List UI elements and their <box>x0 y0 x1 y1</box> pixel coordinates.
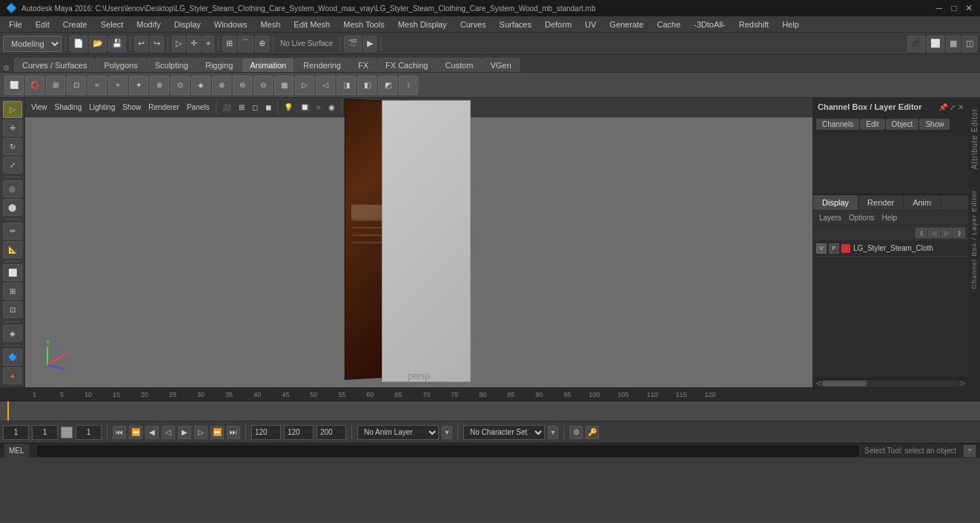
shelf-tab-animation[interactable]: Animation <box>242 58 294 72</box>
cb-tab-object[interactable]: Object <box>886 119 919 130</box>
layer-scrollbar[interactable]: ◁ ▷ <box>813 378 968 387</box>
snap-grid[interactable]: ⊞ <box>222 36 236 52</box>
tool-btn-3[interactable]: 🔺 <box>3 367 22 384</box>
help-icon[interactable]: ? <box>964 445 976 457</box>
rightpanel-pin[interactable]: 📌 <box>938 103 947 111</box>
shelf-icon-12[interactable]: ⊜ <box>233 76 252 95</box>
list-item[interactable]: V P LG_Styler_Steam_Cloth <box>813 240 968 257</box>
menu-cache[interactable]: Cache <box>651 19 686 30</box>
soft-select-button[interactable]: ⬤ <box>3 199 22 216</box>
shelf-icon-16[interactable]: ◁ <box>316 76 335 95</box>
layer-arrow-last[interactable]: ⟫ <box>953 228 965 238</box>
shelf-tab-fx[interactable]: FX <box>350 58 377 72</box>
layer-menu-layers[interactable]: Layers <box>819 214 841 222</box>
goto-end-button[interactable]: ⏭ <box>227 426 240 439</box>
move-button[interactable]: ✛ <box>187 36 201 52</box>
scroll-track[interactable] <box>822 381 959 387</box>
scale-tool-button[interactable]: ⤢ <box>3 157 22 174</box>
cb-tab-edit[interactable]: Edit <box>860 119 884 130</box>
select-tool-button[interactable]: ▷ <box>3 101 22 118</box>
vp-light-btn[interactable]: 💡 <box>281 100 296 115</box>
char-set-select[interactable]: No Character Set <box>463 425 545 440</box>
viewport[interactable]: View Shading Lighting Show Renderer Pane… <box>25 98 812 387</box>
save-button[interactable]: 💾 <box>108 36 126 52</box>
layer-p-btn[interactable]: P <box>829 243 839 254</box>
anim-layer-select[interactable]: No Anim Layer <box>357 425 439 440</box>
rightpanel-close[interactable]: ✕ <box>958 103 964 111</box>
new-scene-button[interactable]: 📄 <box>70 36 87 52</box>
vp-menu-shading[interactable]: Shading <box>52 100 85 115</box>
menu-mesh-tools[interactable]: Mesh Tools <box>337 19 390 30</box>
menu-curves[interactable]: Curves <box>454 19 492 30</box>
shelf-icon-14[interactable]: ▦ <box>274 76 294 95</box>
menu-select[interactable]: Select <box>95 19 130 30</box>
shelf-icon-8[interactable]: ⊗ <box>150 76 169 95</box>
snap-curve[interactable]: ⌒ <box>238 36 254 52</box>
vp-menu-lighting[interactable]: Lighting <box>86 100 118 115</box>
shelf-tab-polygons[interactable]: Polygons <box>96 58 145 72</box>
shelf-icon-15[interactable]: ▷ <box>295 76 314 95</box>
shelf-tab-sculpting[interactable]: Sculpting <box>147 58 196 72</box>
layer-menu-help[interactable]: Help <box>881 214 897 222</box>
scroll-right-arrow[interactable]: ▷ <box>959 380 967 387</box>
shelf-icon-11[interactable]: ⊛ <box>212 76 231 95</box>
shelf-tab-vgen[interactable]: VGen <box>482 58 519 72</box>
mel-label[interactable]: MEL <box>4 444 29 458</box>
rightpanel-expand[interactable]: ⤢ <box>950 103 956 111</box>
vp-menu-view[interactable]: View <box>28 100 50 115</box>
layer-menu-options[interactable]: Options <box>849 214 874 222</box>
layout-btn-4[interactable]: ◫ <box>962 36 977 52</box>
vp-wireframe-btn[interactable]: ◻ <box>249 100 261 115</box>
vp-ao-btn[interactable]: ○ <box>314 100 324 115</box>
shelf-tab-rendering[interactable]: Rendering <box>295 58 349 72</box>
menu-generate[interactable]: Generate <box>603 19 649 30</box>
close-button[interactable]: ✕ <box>964 3 974 13</box>
layer-visibility-btn[interactable]: V <box>816 243 827 254</box>
cb-tab-show[interactable]: Show <box>919 119 950 130</box>
ipr-render[interactable]: ▶ <box>363 36 377 52</box>
preferences-button[interactable]: ⚙ <box>569 426 583 439</box>
menu-create[interactable]: Create <box>57 19 93 30</box>
range-display[interactable] <box>76 425 102 440</box>
timeline-bar[interactable] <box>0 401 980 421</box>
prev-frame-button[interactable]: ⏪ <box>129 426 142 439</box>
menu-edit-mesh[interactable]: Edit Mesh <box>288 19 336 30</box>
play-back-button[interactable]: ◁ <box>162 426 175 439</box>
shelf-icon-4[interactable]: ⊡ <box>67 76 86 95</box>
paint-tool[interactable]: ✏ <box>3 223 22 240</box>
vp-menu-show[interactable]: Show <box>119 100 144 115</box>
speed-input[interactable] <box>317 425 346 440</box>
mel-input[interactable] <box>36 444 861 458</box>
shelf-icon-1[interactable]: ⬜ <box>4 76 24 95</box>
shelf-icon-7[interactable]: ✦ <box>129 76 148 95</box>
shelf-icon-10[interactable]: ◈ <box>191 76 211 95</box>
menu-uv[interactable]: UV <box>579 19 602 30</box>
scene-btn-2[interactable]: ⊞ <box>3 283 22 300</box>
shelf-icon-3[interactable]: ⊞ <box>46 76 65 95</box>
minimize-button[interactable]: ─ <box>934 3 944 13</box>
layer-color-swatch[interactable] <box>841 244 850 253</box>
menu-file[interactable]: File <box>3 19 28 30</box>
layer-tab-anim[interactable]: Anim <box>904 195 941 210</box>
viewport-3d[interactable]: persp X Y Z <box>25 117 812 387</box>
shelf-tab-custom[interactable]: Custom <box>437 58 482 72</box>
playback-end-input[interactable] <box>251 425 281 440</box>
render-settings[interactable]: 🎬 <box>344 36 362 52</box>
rotate-tool-button[interactable]: ↻ <box>3 138 22 155</box>
redo-button[interactable]: ↪ <box>150 36 164 52</box>
menu-windows[interactable]: Windows <box>208 19 254 30</box>
menu-edit[interactable]: Edit <box>30 19 56 30</box>
layout-btn-1[interactable]: ⬛ <box>907 36 925 52</box>
layer-arrow-prev[interactable]: ◁ <box>928 228 940 238</box>
shelf-icon-5[interactable]: ≈ <box>87 76 107 95</box>
goto-start-button[interactable]: ⏮ <box>113 426 126 439</box>
shelf-tab-rigging[interactable]: Rigging <box>197 58 241 72</box>
play-forward-button[interactable]: ▶ <box>178 426 191 439</box>
max-frame-input[interactable] <box>284 425 314 440</box>
layer-arrow-next[interactable]: ▷ <box>941 228 953 238</box>
vp-menu-renderer[interactable]: Renderer <box>145 100 182 115</box>
range-start-input[interactable] <box>32 425 58 440</box>
maximize-button[interactable]: □ <box>949 3 959 13</box>
menu-redshift[interactable]: Redshift <box>733 19 775 30</box>
layer-tab-display[interactable]: Display <box>813 195 858 210</box>
